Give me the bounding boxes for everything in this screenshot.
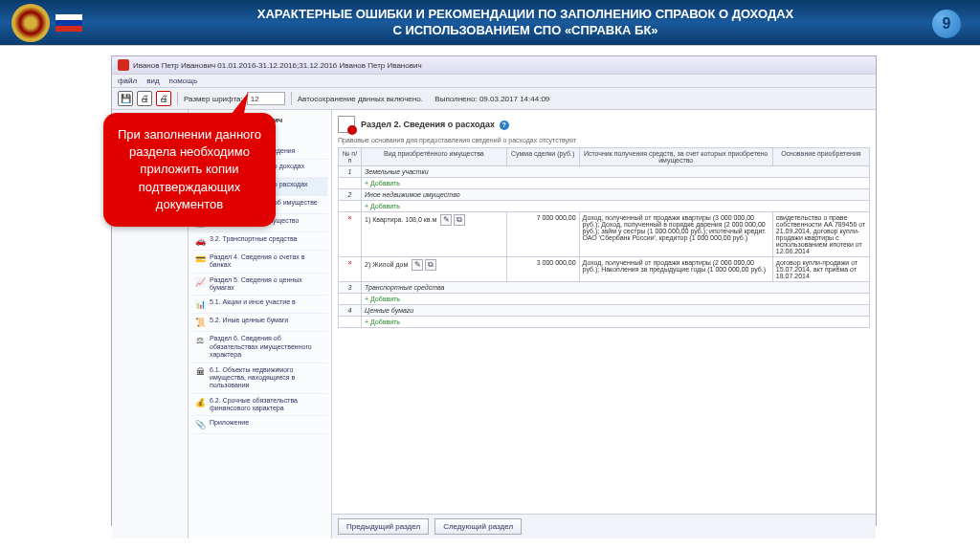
nav-label: Раздел 6. Сведения об обязательствах иму… [210, 335, 325, 359]
col-num: № п/п [339, 148, 362, 166]
print-red-icon[interactable] [156, 91, 171, 106]
nav-icon: 📜 [194, 317, 206, 328]
add-button[interactable]: + Добавить [365, 203, 400, 209]
nav-label: Раздел 5. Сведения о ценных бумагах [210, 276, 325, 293]
next-section-button[interactable]: Следующий раздел [434, 518, 522, 535]
nav-label: Приложение [210, 419, 249, 427]
col-sum: Сумма сделки (руб.) [506, 148, 579, 166]
section-title: Раздел 2. Сведения о расходах ? [361, 120, 509, 130]
window-title-bar: Иванов Петр Иванович 01.01.2016-31.12.20… [112, 56, 876, 75]
app-icon [118, 59, 129, 71]
category-row: 1Земельные участки [339, 166, 870, 178]
table-row: ×1) Квартира. 108,0 кв.м ✎⧉7 000 000,00Д… [339, 212, 870, 257]
main-content: Раздел 2. Сведения о расходах ? Правовые… [332, 110, 876, 538]
nav-icon: 📊 [194, 298, 206, 310]
add-row: + Добавить [339, 294, 870, 305]
nav-icon: 📎 [194, 419, 206, 430]
copy-icon[interactable]: ⧉ [454, 214, 465, 226]
autosave-status: Автосохранение данных включено. [298, 95, 423, 103]
menu-bar[interactable]: файл вид помощь [112, 75, 876, 88]
menu-help[interactable]: помощь [169, 77, 197, 85]
category-row: 4Ценные бумаги [339, 305, 870, 317]
nav-item-5[interactable]: 🚗3.2. Транспортные средства [192, 232, 327, 251]
nav-item-9[interactable]: 📜5.2. Иные ценные бумаги [192, 314, 327, 332]
category-row: 2Иное недвижимое имущество [339, 189, 870, 201]
add-button[interactable]: + Добавить [365, 180, 400, 187]
executed-timestamp: Выполнено: 09.03.2017 14:44:09 [434, 95, 549, 103]
col-type: Вид приобретённого имущества [362, 148, 507, 166]
nav-label: 5.1. Акции и иное участие в [210, 298, 296, 306]
ru-flag-icon [56, 14, 82, 32]
prev-section-button[interactable]: Предыдущий раздел [338, 518, 429, 535]
footer-bar: Предыдущий раздел Следующий раздел [332, 514, 876, 538]
category-row: 3Транспортные средства [339, 282, 870, 294]
nav-item-6[interactable]: 💳Раздел 4. Сведения о счетах в банках [192, 251, 327, 274]
add-button[interactable]: + Добавить [365, 296, 400, 302]
copy-icon[interactable]: ⧉ [425, 259, 436, 271]
font-size-select[interactable]: 12 [247, 92, 285, 105]
add-row: + Добавить [339, 201, 870, 212]
table-row: ×2) Жилой дом ✎⧉3 000 000,00Доход, получ… [339, 257, 870, 282]
slide-title: ХАРАКТЕРНЫЕ ОШИБКИ И РЕКОМЕНДАЦИИ ПО ЗАП… [82, 7, 969, 39]
nav-label: Раздел 4. Сведения о счетах в банках [210, 253, 325, 270]
nav-item-7[interactable]: 📈Раздел 5. Сведения о ценных бумагах [192, 274, 327, 296]
nav-icon: 💰 [194, 397, 206, 408]
edit-icon[interactable]: ✎ [412, 259, 423, 271]
nav-item-8[interactable]: 📊5.1. Акции и иное участие в [192, 296, 327, 314]
nav-icon: 📈 [194, 276, 206, 288]
print-icon[interactable] [137, 91, 152, 106]
nav-icon: 🚗 [194, 235, 206, 247]
delete-row-icon[interactable]: × [345, 214, 356, 221]
toolbar: Размер шрифта: 12 Автосохранение данных … [112, 88, 876, 110]
nav-label: 5.2. Иные ценные бумаги [210, 317, 288, 324]
expenses-table: № п/п Вид приобретённого имущества Сумма… [338, 147, 870, 328]
slide-header: ХАРАКТЕРНЫЕ ОШИБКИ И РЕКОМЕНДАЦИИ ПО ЗАП… [0, 0, 980, 46]
nav-label: 6.1. Объекты недвижимого имущества, нахо… [210, 366, 325, 390]
menu-view[interactable]: вид [146, 77, 159, 85]
nav-item-11[interactable]: 🏛6.1. Объекты недвижимого имущества, нах… [192, 363, 327, 394]
nav-icon: 🏛 [194, 366, 206, 378]
page-number-badge: 9 [932, 10, 961, 38]
add-row: + Добавить [339, 317, 870, 328]
save-icon[interactable] [118, 91, 133, 106]
col-source: Источник получения средств, за счет кото… [579, 148, 772, 166]
nav-icon: ⚖ [194, 335, 206, 346]
menu-file[interactable]: файл [118, 77, 137, 85]
add-button[interactable]: + Добавить [365, 318, 400, 325]
section-note: Правовые основания для предоставления св… [338, 137, 870, 143]
section-icon [338, 116, 355, 133]
delete-row-icon[interactable]: × [345, 259, 356, 266]
edit-icon[interactable]: ✎ [440, 214, 452, 226]
window-title-text: Иванов Петр Иванович 01.01.2016-31.12.20… [133, 61, 422, 70]
emblem-logo [11, 4, 50, 42]
hint-callout: При заполнении данного раздела необходим… [103, 113, 276, 227]
add-row: + Добавить [339, 178, 870, 189]
help-icon[interactable]: ? [500, 121, 509, 130]
nav-item-12[interactable]: 💰6.2. Срочные обязательства финансового … [192, 394, 327, 417]
nav-label: 6.2. Срочные обязательства финансового х… [210, 397, 325, 413]
nav-item-10[interactable]: ⚖Раздел 6. Сведения об обязательствах им… [192, 332, 327, 362]
col-basis: Основание приобретения [772, 148, 869, 166]
nav-icon: 💳 [194, 253, 206, 265]
nav-item-13[interactable]: 📎Приложение [192, 416, 327, 434]
nav-label: 3.2. Транспортные средства [210, 235, 297, 243]
